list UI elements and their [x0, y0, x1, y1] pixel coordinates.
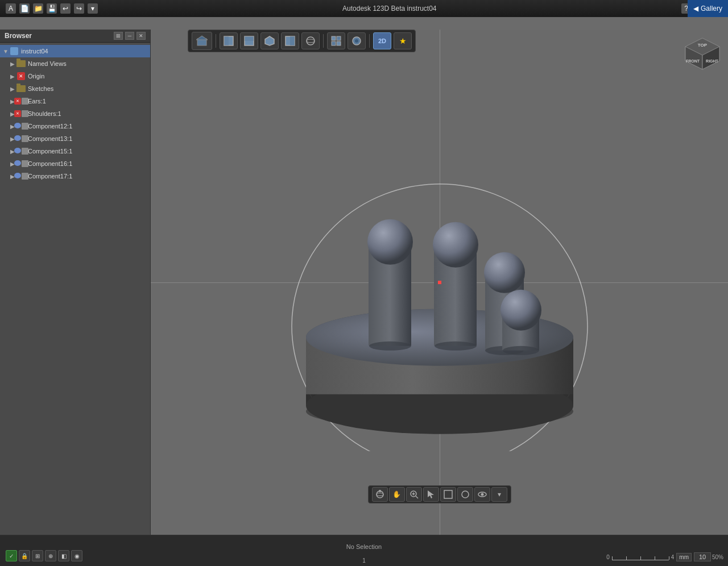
tree-item-component16[interactable]: ▶ Component16:1: [7, 157, 150, 170]
save-btn[interactable]: 💾: [47, 3, 57, 14]
browser-minimize-btn[interactable]: ─: [125, 32, 134, 40]
main-toolbar: 2D ★: [188, 30, 416, 52]
more-btn[interactable]: ▾: [88, 3, 98, 14]
scale-bar: 0 4 mm 10: [606, 552, 711, 561]
btb-pan-btn[interactable]: ✋: [389, 487, 405, 502]
toolbar-iso-btn[interactable]: [260, 32, 279, 49]
toolbar-2d-btn[interactable]: 2D: [373, 32, 391, 49]
tree-icon-instruct04: [9, 47, 19, 56]
tree-icon-component15: [16, 147, 26, 156]
tree-label-instruct04: instruct04: [21, 48, 48, 55]
svg-rect-54: [444, 490, 452, 498]
svg-rect-5: [245, 36, 254, 41]
svg-rect-12: [337, 36, 341, 40]
redo-btn[interactable]: ↪: [74, 3, 84, 14]
status-view-btn[interactable]: ◉: [71, 550, 82, 561]
tree-label-named-views: Named Views: [28, 60, 67, 67]
tree-arrow-instruct04[interactable]: ▼: [2, 48, 9, 55]
toolbar-view1-btn[interactable]: [327, 32, 345, 49]
svg-point-47: [377, 493, 383, 496]
tree-arrow-named-views[interactable]: ▶: [9, 61, 16, 67]
titlebar-left: A 📄 📁 💾 ↩ ↪ ▾: [6, 3, 98, 14]
btb-zoom-btn[interactable]: [406, 487, 422, 502]
gallery-label: Gallery: [701, 5, 722, 13]
svg-line-50: [416, 496, 418, 498]
tree-label-sketches: Sketches: [28, 85, 53, 92]
toolbar-home-btn[interactable]: [192, 32, 212, 50]
svg-rect-13: [332, 41, 336, 45]
undo-btn[interactable]: ↩: [60, 3, 71, 14]
svg-point-39: [500, 289, 541, 330]
gallery-bar: ◀ Gallery: [688, 0, 728, 17]
btb-eye-btn[interactable]: [474, 487, 490, 502]
toolbar-divider-2: [323, 34, 324, 48]
svg-point-9: [307, 37, 315, 45]
tree-arrow-origin[interactable]: ▶: [9, 73, 16, 80]
tree-icon-origin: ✕: [16, 72, 26, 81]
titlebar: A 📄 📁 💾 ↩ ↪ ▾ Autodesk 123D Beta instruc…: [0, 0, 728, 17]
open-btn[interactable]: 📁: [33, 3, 43, 14]
tree-label-component17: Component17:1: [28, 173, 72, 180]
tree-arrow-sketches[interactable]: ▶: [9, 86, 16, 92]
orientation-cube[interactable]: TOP FRONT RIGHT: [682, 35, 722, 75]
svg-point-10: [307, 39, 315, 43]
tree-icon-component16: [16, 159, 26, 168]
scale-ruler: [612, 553, 669, 560]
tree-label-component15: Component15:1: [28, 148, 72, 155]
scale-max: 4: [671, 554, 675, 560]
toolbar-view2-btn[interactable]: [348, 32, 366, 49]
status-check-btn[interactable]: ✓: [6, 550, 17, 561]
svg-point-57: [481, 493, 483, 496]
tree-item-instruct04[interactable]: ▼ instruct04: [0, 45, 150, 57]
gallery-arrow[interactable]: ◀: [693, 5, 698, 13]
tree-item-component17[interactable]: ▶ Component17:1: [7, 170, 150, 182]
statusbar: No Selection ✓ 🔒 ⊞ ⊕ ◧ ◉ 0 4 mm 10 1 50%: [0, 535, 728, 566]
center-dot: [438, 281, 441, 284]
status-left-icons: ✓ 🔒 ⊞ ⊕ ◧ ◉: [6, 550, 82, 561]
zoom-percent: 50%: [712, 554, 723, 560]
browser-title: Browser: [5, 32, 32, 40]
tree-item-component12[interactable]: ▶ Component12:1: [7, 120, 150, 132]
3d-model: [280, 132, 599, 451]
tree-icon-shoulders1: ✕: [16, 109, 26, 118]
svg-rect-11: [332, 36, 336, 40]
tree-item-component15[interactable]: ▶ Component15:1: [7, 145, 150, 157]
tree-item-component13[interactable]: ▶ Component13:1: [7, 132, 150, 145]
toolbar-right-btn[interactable]: [281, 32, 299, 49]
tree-label-component12: Component12:1: [28, 123, 72, 130]
tree-icon-component13: [16, 134, 26, 143]
scale-unit[interactable]: mm: [676, 553, 692, 561]
svg-text:FRONT: FRONT: [686, 59, 700, 63]
toolbar-divider-1: [216, 34, 216, 48]
tree-item-origin[interactable]: ▶ ✕ Origin: [7, 70, 150, 82]
toolbar-orbit-btn[interactable]: [301, 32, 320, 49]
viewport[interactable]: TOP FRONT RIGHT ✋ ▾: [151, 30, 728, 535]
btb-select-btn[interactable]: [423, 487, 439, 502]
tree-item-sketches[interactable]: ▶ Sketches: [7, 82, 150, 95]
svg-point-35: [484, 252, 525, 293]
scale-value[interactable]: 10: [694, 552, 711, 561]
status-lock-btn[interactable]: 🔒: [19, 550, 30, 561]
tree-item-shoulders1[interactable]: ▶ ✕ Shoulders:1: [7, 107, 150, 120]
tree-item-ears1[interactable]: ▶ ✕ Ears:1: [7, 95, 150, 107]
status-layer-btn[interactable]: ◧: [58, 550, 69, 561]
svg-rect-14: [337, 41, 341, 45]
status-snap-btn[interactable]: ⊕: [45, 550, 56, 561]
app-icon[interactable]: A: [6, 3, 16, 14]
toolbar-front-btn[interactable]: [220, 32, 238, 49]
browser-tile-btn[interactable]: ⊞: [114, 32, 123, 40]
btb-rect-btn[interactable]: [440, 487, 456, 502]
tree-item-named-views[interactable]: ▶ Named Views: [7, 57, 150, 70]
new-btn[interactable]: 📄: [19, 3, 30, 14]
btb-circle-btn[interactable]: [457, 487, 473, 502]
browser-close-btn[interactable]: ✕: [136, 32, 146, 40]
browser-header: Browser ⊞ ─ ✕: [0, 30, 150, 43]
toolbar-top-btn[interactable]: [240, 32, 258, 49]
toolbar-star-btn[interactable]: ★: [394, 32, 412, 49]
btb-orbit-btn[interactable]: [372, 487, 388, 502]
svg-text:TOP: TOP: [698, 43, 708, 48]
status-grid-btn[interactable]: ⊞: [32, 550, 43, 561]
tree-icon-named-views: [16, 59, 26, 68]
svg-text:RIGHT: RIGHT: [706, 59, 719, 63]
btb-more-btn[interactable]: ▾: [491, 487, 507, 502]
